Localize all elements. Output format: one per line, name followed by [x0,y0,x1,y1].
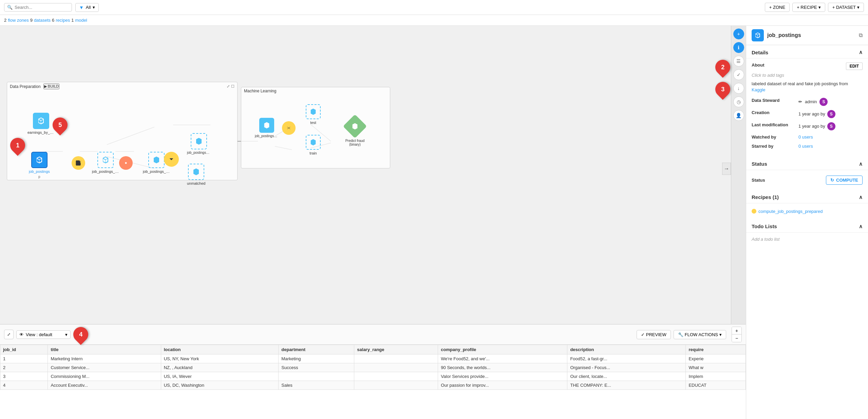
compute-button[interactable]: ↻ COMPUTE [826,176,863,185]
users-tool-button[interactable]: 👤 [733,110,744,121]
zoom-out-button[interactable]: − [732,334,741,342]
cell-job_id: 1 [0,354,48,363]
starred-row: Starred by 0 users [752,144,863,149]
cell-department: Marketing [279,354,354,363]
recipe-icon-1 [72,156,85,170]
main-area: Data Preparation ▶ BUILD ⤢ ☐ job_posting… [0,26,868,419]
dataset-icon-unmatched [188,164,204,180]
edit-button[interactable]: EDIT [846,62,863,70]
node-predict-fraud[interactable]: Predict fraud (binary) [341,118,369,146]
zone-expand-buttons: ⤢ ☐ [227,84,234,89]
section-recipes[interactable]: Recipes (1) ∧ [746,190,868,203]
about-row: About EDIT [752,62,863,70]
last-mod-value-row: 1 year ago by S [798,122,835,130]
node-recipe-1[interactable] [72,156,85,170]
build-button[interactable]: ▶ BUILD [43,84,59,89]
expand-view-button[interactable]: ⤢ [4,330,14,339]
view-select[interactable]: 👁 View : default ▾ [16,330,71,339]
dataset-icon-prepared [97,152,114,168]
node-ml-input[interactable]: job_postings_prepared_joined [255,118,279,138]
cell-job_id: 4 [0,381,48,390]
node-job-postings-prepared[interactable]: job_postings_prepared [92,152,119,174]
dataset-icon-earnings [33,113,49,129]
section-details[interactable]: Details ∧ [746,45,868,58]
creation-value: 1 year ago by [798,111,825,116]
todo-section-label: Todo Lists [752,223,777,229]
todo-add-text[interactable]: Add a todo list [752,237,779,242]
recipes-content: compute_job_postings_prepared [746,203,868,219]
clock-tool-button[interactable]: ◷ [733,96,744,107]
section-todo[interactable]: Todo Lists ∧ [746,219,868,233]
bottom-toolbar: ⤢ 👁 View : default ▾ 4 ✓ PREVIEW 🔧 FLOW … [0,325,746,345]
table-header: job_id title location department salary_… [0,345,746,354]
col-header-department: department [279,345,354,354]
node-unmatched[interactable]: unmatched [187,164,205,185]
recipe-link[interactable]: compute_job_postings_prepared [758,209,823,214]
model-count: 1 [71,18,74,23]
view-label: View : default [26,332,52,337]
expand-icon[interactable]: ⤢ [227,84,230,89]
cell-require: What w [686,363,746,372]
section-status[interactable]: Status ∧ [746,157,868,170]
starred-label: Starred by [752,144,796,149]
add-dataset-button[interactable]: + DATASET ▾ [828,3,864,12]
flow-zones-link[interactable]: flow zones [8,18,29,23]
list-tool-button[interactable]: ☰ [733,56,744,67]
table-body: 1Marketing InternUS, NY, New YorkMarketi… [0,354,746,390]
node-test[interactable]: test [306,104,321,125]
add-recipe-button[interactable]: + RECIPE ▾ [792,3,825,12]
datasets-link[interactable]: datasets [34,18,51,23]
cell-department: Sales [279,381,354,390]
plus-tool-button[interactable]: + [733,29,744,39]
split-recipe-icon [282,121,296,135]
click-add-tags[interactable]: Click to add tags [752,73,784,78]
node-earnings[interactable]: earnings_by_education [27,113,55,134]
search-box[interactable]: 🔍 [4,3,72,12]
check-tool-button[interactable]: ✓ [733,69,744,80]
status-content: Status ↻ COMPUTE [746,170,868,190]
zone-name-ml: Machine Learning [244,89,276,93]
download-tool-button[interactable]: ↓ [733,83,744,94]
recipes-count: 6 [52,18,54,23]
watched-value[interactable]: 0 users [798,134,863,140]
recipe-icon-2 [119,156,133,170]
node-recipe-2[interactable] [119,156,133,170]
node-label-train: train [309,151,317,155]
kaggle-link[interactable]: Kaggle [752,87,765,92]
zoom-in-button[interactable]: + [732,327,741,334]
filter-button[interactable]: ▼ All ▾ [75,3,99,12]
preview-button[interactable]: ✓ PREVIEW [637,330,671,339]
search-input[interactable] [15,5,69,10]
flow-actions-label: FLOW ACTIONS [685,332,718,337]
info-tool-button[interactable]: ℹ [733,42,744,53]
fullscreen-icon[interactable]: ☐ [231,84,234,89]
todo-content: Add a todo list [746,233,868,246]
merge-recipe-icon [164,152,179,167]
table-header-row: job_id title location department salary_… [0,345,746,354]
details-label: Details [752,50,768,55]
node-label-ml-input: job_postings_prepared_joined [255,134,279,138]
refresh-icon: ↻ [830,178,834,183]
watched-row: Watched by 0 users [752,134,863,140]
recipes-link[interactable]: recipes [56,18,70,23]
add-zone-button[interactable]: + ZONE [765,3,790,12]
arrow-button[interactable]: → [722,163,731,175]
data-steward-value: admin [805,99,817,104]
node-prepared-joined[interactable]: job_postings_prepared_joined [187,133,211,154]
node-merge-recipe[interactable] [164,152,179,167]
node-job-postings[interactable]: job_postings p [29,152,50,179]
creation-row: Creation 1 year ago by S [752,110,863,118]
node-split-recipe[interactable] [282,121,296,135]
starred-value[interactable]: 0 users [798,144,863,149]
cell-salary_range [354,381,438,390]
flow-actions-button[interactable]: 🔧 FLOW ACTIONS ▾ [674,330,726,339]
col-header-company: company_profile [438,345,567,354]
node-train[interactable]: train [306,135,321,155]
cell-title: Account Executiv... [48,381,161,390]
copy-button[interactable]: ⧉ [859,32,863,38]
model-link[interactable]: model [75,18,87,23]
flow-graph-area[interactable]: Data Preparation ▶ BUILD ⤢ ☐ job_posting… [0,26,746,324]
last-mod-row: Last modification 1 year ago by S [752,122,863,130]
data-prep-zone: Data Preparation ▶ BUILD ⤢ ☐ job_posting… [7,82,238,180]
description-text: labeled dataset of real and fake job pos… [752,81,848,86]
